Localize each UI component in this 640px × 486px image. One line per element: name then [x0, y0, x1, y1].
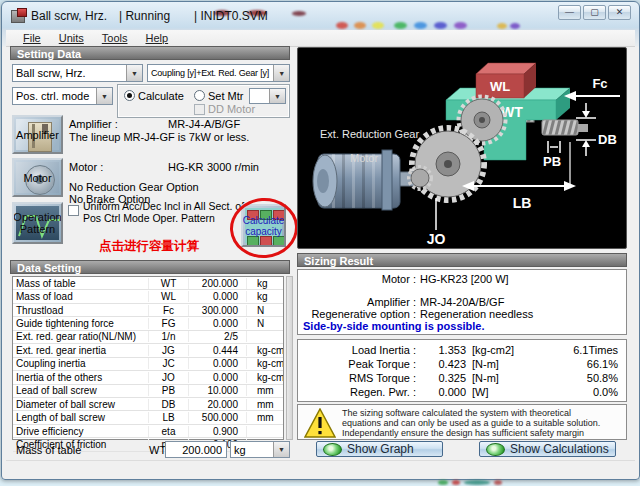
- desktop-blob: [494, 480, 502, 485]
- window-title: Ball scrw, Hrz.: [31, 9, 107, 23]
- operation-button-line1: Operation: [13, 211, 61, 223]
- data-setting-header: Data Setting: [10, 260, 290, 274]
- show-calculations-button[interactable]: Show Calculations: [479, 441, 616, 457]
- title-bar[interactable]: Ball scrw, Hrz. | Running | INIDT0.SVM —…: [2, 2, 639, 29]
- result-amplifier-value: MR-J4-20A/B/GF: [416, 296, 504, 308]
- operation-button-line2: Pattern: [20, 223, 55, 235]
- row-symbol: Fc: [149, 305, 189, 316]
- row-value: 0.900: [189, 426, 247, 437]
- calculate-capacity-line1: Calculate: [243, 215, 285, 226]
- metric-row: Load Inertia :1.353[kg-cm2]6.1Times: [298, 343, 626, 357]
- metric-ratio: 50.8%: [542, 372, 626, 384]
- show-calculations-label: Show Calculations: [510, 442, 609, 456]
- table-row[interactable]: Lead of ball screwPB10.000mm: [13, 385, 283, 398]
- wallpaper-dot: [336, 22, 348, 29]
- table-row[interactable]: Ext. red. gear ratio(NL/NM)1/n2/5: [13, 331, 283, 344]
- table-row[interactable]: Inertia of the othersJO0.000kg-cm2: [13, 371, 283, 384]
- metric-value: 0.423: [416, 358, 466, 370]
- wallpaper-dot: [394, 22, 407, 29]
- mechanism-dropdown[interactable]: Ball scrw, Hrz. ▼: [12, 64, 143, 82]
- motor-model-value: HG-KR: [168, 161, 203, 173]
- menu-help[interactable]: Help: [136, 31, 177, 45]
- dd-motor-checkbox[interactable]: [194, 104, 205, 115]
- row-value: 0.000: [189, 358, 247, 369]
- setting-data-header: Setting Data: [10, 46, 290, 60]
- mechanism-diagram-svg: WT WL: [298, 48, 626, 248]
- row-value: 0.000: [189, 291, 247, 302]
- motor-speed-value: 3000 r/min: [207, 161, 259, 173]
- editor-unit-dropdown[interactable]: kg ▼: [230, 441, 290, 458]
- table-row[interactable]: Mass of tableWT200.000kg: [13, 277, 283, 290]
- desktop-blob: [464, 480, 490, 485]
- editor-label: Mass of table: [16, 444, 81, 456]
- table-row[interactable]: Mass of loadWL0.000kg: [13, 290, 283, 303]
- row-name: Coupling inertia: [13, 358, 149, 369]
- metric-row: Regen. Pwr. :0.000[W]0.0%: [298, 385, 626, 399]
- motor-button-label: Motor: [23, 172, 51, 184]
- menu-bar: File Units Tools Help: [6, 30, 635, 47]
- row-symbol: 1/n: [149, 331, 189, 342]
- editor-unit-value: kg: [234, 444, 246, 456]
- table-row[interactable]: ThrustloadFc300.000N: [13, 304, 283, 317]
- table-row[interactable]: Coupling inertiaJC0.000kg-cm2: [13, 358, 283, 371]
- desktop-strip: [0, 479, 640, 486]
- chevron-down-icon[interactable]: ▼: [126, 65, 142, 81]
- minimize-button[interactable]: —: [558, 5, 581, 20]
- chevron-down-icon[interactable]: ▼: [273, 65, 289, 81]
- transfer-mechanism-dropdown-value: Coupling [y]+Ext. Red. Gear [y]: [151, 68, 269, 78]
- control-mode-dropdown[interactable]: Pos. ctrl. mode ▼: [12, 87, 113, 105]
- row-value: 200.000: [189, 278, 247, 289]
- chevron-down-icon[interactable]: ▼: [96, 88, 112, 104]
- row-name: Inertia of the others: [13, 372, 149, 383]
- mechanism-diagram: WT WL: [297, 47, 627, 249]
- sizing-result-summary: Motor :HG-KR23 [200 W] Amplifier :MR-J4-…: [297, 269, 627, 335]
- wallpaper-dot: [414, 22, 427, 29]
- metric-label: Load Inertia :: [298, 344, 416, 356]
- result-amplifier-label: Amplifier :: [298, 296, 416, 308]
- menu-tools[interactable]: Tools: [93, 31, 137, 45]
- table-row[interactable]: Diameter of ball screwDB20.000mm: [13, 398, 283, 411]
- table-row[interactable]: Ext. red. gear inertiaJG0.444kg-cm2: [13, 344, 283, 357]
- row-symbol: JO: [149, 372, 189, 383]
- metric-row: RMS Torque :0.325[N-m]50.8%: [298, 371, 626, 385]
- table-row[interactable]: Guide tightening forceFG0.000N: [13, 317, 283, 330]
- transfer-mechanism-dropdown[interactable]: Coupling [y]+Ext. Red. Gear [y] ▼: [147, 64, 290, 82]
- row-name: Ext. red. gear inertia: [13, 345, 149, 356]
- amplifier-button[interactable]: Amplifier: [12, 115, 63, 154]
- row-value: 0.000: [189, 318, 247, 329]
- calculate-radio[interactable]: [124, 90, 135, 101]
- wallpaper-dot: [497, 23, 507, 29]
- row-unit: N: [247, 305, 283, 316]
- row-name: Thrustload: [13, 305, 149, 316]
- status-bar: [6, 460, 635, 477]
- row-symbol: WT: [149, 278, 189, 289]
- maximize-button[interactable]: ▢: [583, 5, 606, 20]
- window-file-name: | INIDT0.SVM: [194, 9, 268, 23]
- operation-pattern-button[interactable]: Operation Pattern: [12, 202, 63, 244]
- table-row[interactable]: Drive efficiencyeta0.900: [13, 425, 283, 438]
- show-graph-label: Show Graph: [347, 442, 414, 456]
- close-button[interactable]: ✕: [608, 5, 631, 20]
- row-name: Mass of table: [13, 278, 149, 289]
- row-unit: mm: [247, 399, 283, 410]
- table-row[interactable]: Length of ball screwLB500.000mm: [13, 411, 283, 424]
- data-setting-table: Mass of tableWT200.000kg Mass of loadWL0…: [12, 276, 284, 440]
- result-motor-label: Motor :: [298, 273, 416, 285]
- row-symbol: LB: [149, 412, 189, 423]
- table-scrollbar[interactable]: [286, 276, 293, 440]
- metric-ratio: 0.0%: [542, 386, 626, 398]
- motor-model-dropdown[interactable]: ▼: [249, 88, 286, 104]
- menu-units[interactable]: Units: [50, 31, 93, 45]
- menu-file[interactable]: File: [14, 31, 50, 45]
- desktop-blob: [438, 480, 448, 485]
- row-symbol: JC: [149, 358, 189, 369]
- uniform-accdec-checkbox[interactable]: [68, 205, 79, 216]
- row-name: Length of ball screw: [13, 412, 149, 423]
- chevron-down-icon[interactable]: ▼: [273, 442, 289, 457]
- sizing-result-metrics: Load Inertia :1.353[kg-cm2]6.1Times Peak…: [297, 339, 627, 402]
- set-mtr-radio[interactable]: [194, 90, 205, 101]
- metric-label: Regen. Pwr. :: [298, 386, 416, 398]
- motor-button[interactable]: Motor: [12, 158, 63, 197]
- editor-value-input[interactable]: [165, 441, 227, 458]
- show-graph-button[interactable]: Show Graph: [316, 441, 443, 457]
